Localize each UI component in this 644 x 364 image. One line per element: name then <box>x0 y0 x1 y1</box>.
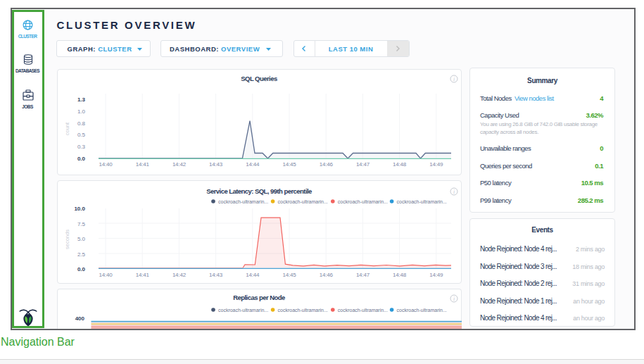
svg-text:14:44: 14:44 <box>246 161 260 168</box>
svg-text:i: i <box>453 296 455 302</box>
svg-text:cockroach-ultramarin...: cockroach-ultramarin... <box>397 199 447 204</box>
svg-text:i: i <box>453 76 455 82</box>
svg-text:14:40: 14:40 <box>99 272 113 278</box>
svg-text:14:41: 14:41 <box>136 161 150 168</box>
svg-text:1.0: 1.0 <box>77 108 86 115</box>
svg-text:14:45: 14:45 <box>282 161 296 168</box>
svg-text:14:40: 14:40 <box>99 161 113 168</box>
svg-text:cockroach-ultramarin...: cockroach-ultramarin... <box>218 308 268 313</box>
svg-text:seconds: seconds <box>64 230 70 249</box>
svg-text:10.0: 10.0 <box>74 206 85 212</box>
svg-text:Replicas per Node: Replicas per Node <box>233 294 285 301</box>
svg-text:cockroach-ultramarin...: cockroach-ultramarin... <box>278 199 328 204</box>
svg-text:i: i <box>453 189 455 195</box>
svg-text:14:45: 14:45 <box>282 272 296 278</box>
svg-text:14:47: 14:47 <box>356 161 370 168</box>
svg-text:0.3: 0.3 <box>77 144 86 150</box>
svg-text:SQL Queries: SQL Queries <box>241 75 277 82</box>
svg-text:14:42: 14:42 <box>172 161 187 168</box>
svg-text:14:46: 14:46 <box>320 161 334 168</box>
svg-text:2.5: 2.5 <box>77 251 86 258</box>
svg-text:14:42: 14:42 <box>172 272 187 278</box>
svg-text:Service Latency: SQL, 99th per: Service Latency: SQL, 99th percentile <box>206 187 312 195</box>
svg-text:cockroach-ultramarin...: cockroach-ultramarin... <box>338 308 388 313</box>
svg-text:14:43: 14:43 <box>209 161 223 168</box>
svg-text:cockroach-ultramarin...: cockroach-ultramarin... <box>338 199 388 204</box>
svg-text:14:44: 14:44 <box>246 272 260 278</box>
svg-text:count: count <box>64 122 70 135</box>
svg-text:7.5: 7.5 <box>77 221 86 227</box>
svg-text:0.5: 0.5 <box>77 132 86 138</box>
svg-text:14:41: 14:41 <box>136 272 150 278</box>
svg-text:14:48: 14:48 <box>393 272 407 278</box>
svg-text:0.0: 0.0 <box>77 156 86 162</box>
svg-text:14:47: 14:47 <box>356 272 370 278</box>
svg-text:cockroach-ultramarin...: cockroach-ultramarin... <box>278 308 328 313</box>
svg-text:14:43: 14:43 <box>209 272 223 278</box>
svg-text:cockroach-ultramarin...: cockroach-ultramarin... <box>218 199 268 204</box>
svg-text:5.0: 5.0 <box>77 236 86 242</box>
svg-text:14:46: 14:46 <box>320 272 334 278</box>
svg-text:0.0: 0.0 <box>77 266 86 272</box>
svg-text:14:49: 14:49 <box>429 272 443 278</box>
svg-text:14:49: 14:49 <box>429 161 443 168</box>
svg-text:400: 400 <box>75 315 85 322</box>
svg-text:14:48: 14:48 <box>393 161 407 168</box>
svg-text:0.8: 0.8 <box>77 120 86 127</box>
svg-text:cockroach-ultramarin...: cockroach-ultramarin... <box>397 308 447 313</box>
svg-text:1.3: 1.3 <box>77 96 86 103</box>
